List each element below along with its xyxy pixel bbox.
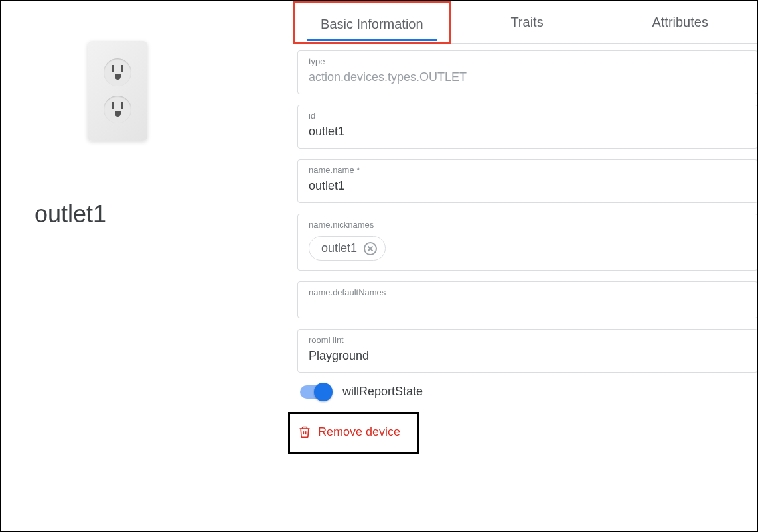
- tab-basic-information[interactable]: Basic Information: [293, 1, 451, 44]
- field-roomhint: roomHint: [297, 329, 758, 373]
- field-label-name-name: name.name *: [309, 165, 747, 175]
- willreportstate-label: willReportState: [342, 385, 423, 399]
- remove-device-label: Remove device: [318, 425, 400, 439]
- willreportstate-row: willReportState: [300, 385, 757, 399]
- field-label-type: type: [309, 56, 747, 66]
- field-name-name: name.name *: [297, 159, 758, 203]
- name-name-input[interactable]: [309, 179, 747, 193]
- tab-traits[interactable]: Traits: [451, 1, 604, 43]
- device-detail-panel: Basic Information Traits Attributes type…: [293, 1, 757, 531]
- nickname-chip-label: outlet1: [321, 241, 357, 255]
- toggle-knob: [314, 383, 333, 401]
- outlet-icon: [88, 41, 147, 141]
- field-label-roomhint: roomHint: [309, 335, 747, 345]
- basic-info-form: type id name.name * name.nicknames outle…: [293, 48, 757, 454]
- device-title: outlet1: [35, 200, 267, 228]
- id-input[interactable]: [309, 125, 747, 139]
- remove-device-highlight: Remove device: [288, 412, 419, 454]
- field-type: type: [297, 50, 758, 94]
- field-label-defaultnames: name.defaultNames: [309, 287, 747, 297]
- field-name-nicknames[interactable]: name.nicknames outlet1: [297, 214, 758, 271]
- field-label-id: id: [309, 111, 747, 121]
- willreportstate-toggle[interactable]: [300, 385, 331, 399]
- field-id: id: [297, 105, 758, 149]
- type-input: [309, 70, 747, 84]
- field-label-nicknames: name.nicknames: [309, 220, 747, 230]
- field-name-defaultnames[interactable]: name.defaultNames: [297, 281, 758, 318]
- roomhint-input[interactable]: [309, 349, 747, 363]
- tab-attributes[interactable]: Attributes: [603, 1, 757, 43]
- close-icon[interactable]: [364, 242, 377, 255]
- tabs: Basic Information Traits Attributes: [293, 1, 757, 44]
- device-summary-panel: outlet1: [1, 1, 293, 531]
- remove-device-button[interactable]: Remove device: [298, 425, 400, 439]
- trash-icon: [298, 425, 311, 439]
- nickname-chip: outlet1: [309, 236, 386, 261]
